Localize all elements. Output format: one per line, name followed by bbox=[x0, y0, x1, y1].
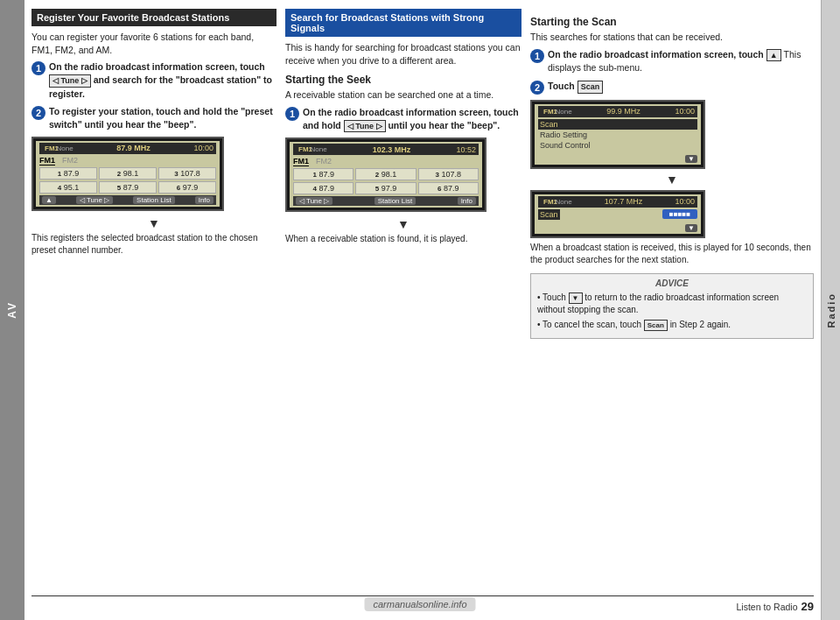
middle-screen-header: FM1 None 102.3 MHz 10:52 bbox=[293, 144, 479, 155]
right-step-1-num: 1 bbox=[530, 49, 544, 63]
scan-screen-2: FM1 None 107.7 MHz 10:00 Scan ■■■■■ ▼ bbox=[530, 190, 705, 238]
step-1-content: On the radio broadcast information scree… bbox=[49, 60, 276, 100]
advice-item-2: To cancel the scan, touch Scan in Step 2… bbox=[537, 319, 807, 331]
mid-info[interactable]: Info bbox=[458, 197, 476, 205]
tune-button-left[interactable]: ◁ Tune ▷ bbox=[49, 74, 91, 88]
left-caption: This registers the selected broadcast st… bbox=[32, 232, 276, 257]
arrow-down-left: ▼ bbox=[32, 216, 276, 230]
up-arrow-button[interactable]: ▲ bbox=[766, 49, 781, 62]
middle-time-display: 10:52 bbox=[456, 145, 476, 154]
advice-header: ADVICE bbox=[537, 278, 807, 288]
scan-band-2: FM1 None bbox=[541, 197, 572, 207]
tab-fm1[interactable]: FM1 bbox=[39, 156, 55, 166]
preset-3[interactable]: 3 107.8 bbox=[158, 167, 216, 180]
screen-inner: FM1 None 87.9 MHz 10:00 FM1 FM2 1 87.9 bbox=[36, 141, 220, 207]
radio-label: Radio bbox=[826, 292, 836, 328]
mid-preset-6[interactable]: 6 87.9 bbox=[418, 182, 479, 194]
left-radio-screen: FM1 None 87.9 MHz 10:00 FM1 FM2 1 87.9 bbox=[32, 137, 224, 211]
up-button[interactable]: ▲ bbox=[42, 196, 56, 204]
middle-screen-inner: FM1 None 102.3 MHz 10:52 FM1 FM2 1 87.9 bbox=[290, 142, 482, 208]
screen-header: FM1 None 87.9 MHz 10:00 bbox=[39, 143, 216, 154]
middle-radio-screen: FM1 None 102.3 MHz 10:52 FM1 FM2 1 87.9 bbox=[285, 137, 486, 212]
mid-preset-4[interactable]: 4 87.9 bbox=[293, 182, 354, 194]
scan-button[interactable]: Scan bbox=[578, 81, 604, 94]
av-label: AV bbox=[6, 301, 18, 319]
freq-display: 87.9 MHz bbox=[116, 144, 150, 152]
mid-preset-5[interactable]: 5 97.9 bbox=[355, 182, 416, 194]
advice-item-1: Touch ▼ to return to the radio broadcast… bbox=[537, 292, 807, 316]
middle-intro: This is handy for searching for broadcas… bbox=[285, 41, 522, 67]
down-arrow-btn[interactable]: ▼ bbox=[569, 292, 583, 304]
left-column: Register Your Favorite Broadcast Station… bbox=[32, 9, 276, 592]
info-button[interactable]: Info bbox=[195, 196, 214, 204]
main-content: Register Your Favorite Broadcast Station… bbox=[24, 0, 821, 620]
step-2-num: 2 bbox=[32, 106, 46, 120]
footer-text: Listen to Radio bbox=[736, 602, 797, 612]
advice-box: ADVICE Touch ▼ to return to the radio br… bbox=[530, 273, 814, 339]
scan-inner-2: FM1 None 107.7 MHz 10:00 Scan ■■■■■ ▼ bbox=[535, 194, 701, 234]
middle-band-label: FM1 None bbox=[296, 144, 327, 154]
arrow-down-middle: ▼ bbox=[285, 217, 522, 231]
mid-preset-3[interactable]: 3 107.8 bbox=[418, 168, 479, 180]
middle-screen-bottom: ◁ Tune ▷ Station List Info bbox=[293, 196, 479, 206]
middle-caption: When a receivable station is found, it i… bbox=[285, 233, 522, 245]
mid-preset-2[interactable]: 2 98.1 bbox=[355, 168, 416, 180]
tune-button-middle[interactable]: ◁ Tune ▷ bbox=[344, 120, 386, 133]
middle-tab-fm1[interactable]: FM1 bbox=[293, 157, 309, 166]
right-step-2-num: 2 bbox=[530, 81, 544, 95]
scan-active-label[interactable]: Scan bbox=[538, 209, 560, 220]
preset-2[interactable]: 2 98.1 bbox=[99, 167, 157, 180]
left-step-1: 1 On the radio broadcast information scr… bbox=[32, 60, 276, 100]
right-step-2: 2 Touch Scan bbox=[530, 80, 814, 95]
preset-6[interactable]: 6 97.9 bbox=[158, 181, 216, 194]
preset-1[interactable]: 1 87.9 bbox=[39, 167, 97, 180]
tab-fm2[interactable]: FM2 bbox=[62, 156, 78, 166]
band-label: FM1 None bbox=[42, 144, 74, 153]
mid-station-list[interactable]: Station List bbox=[374, 197, 416, 205]
preset-grid: 1 87.9 2 98.1 3 107.8 4 95.1 5 87.9 6 97… bbox=[39, 167, 216, 194]
middle-radio-tabs: FM1 FM2 bbox=[293, 157, 479, 166]
middle-section-header: Search for Broadcast Stations with Stron… bbox=[285, 9, 522, 37]
scroll-down-arrow[interactable]: ▼ bbox=[685, 155, 697, 163]
scan-menu-scan[interactable]: Scan bbox=[538, 119, 697, 130]
radio-tab: Radio bbox=[821, 0, 840, 620]
scan-band: FM1 None bbox=[541, 107, 572, 116]
middle-column: Search for Broadcast Stations with Stron… bbox=[285, 9, 522, 592]
right-step-1-content: On the radio broadcast information scree… bbox=[548, 48, 814, 74]
middle-preset-grid: 1 87.9 2 98.1 3 107.8 4 87.9 5 97.9 6 87… bbox=[293, 168, 479, 194]
footer-page-number: 29 bbox=[802, 600, 814, 613]
radio-tabs: FM1 FM2 bbox=[39, 156, 216, 166]
middle-step-1-content: On the radio broadcast information scree… bbox=[303, 106, 522, 132]
preset-5[interactable]: 5 87.9 bbox=[99, 181, 157, 194]
scan-header-1: FM1 None 99.9 MHz 10:00 bbox=[538, 106, 697, 117]
columns: Register Your Favorite Broadcast Station… bbox=[32, 9, 814, 592]
scan-cancel-btn[interactable]: Scan bbox=[644, 320, 668, 331]
tune-button[interactable]: ◁ Tune ▷ bbox=[76, 196, 113, 204]
left-section-header: Register Your Favorite Broadcast Station… bbox=[32, 9, 276, 26]
left-intro: You can register your favorite 6 station… bbox=[32, 31, 276, 56]
right-step-2-content: Touch Scan bbox=[548, 80, 603, 95]
scan-menu-sound-control[interactable]: Sound Control bbox=[538, 140, 697, 151]
preset-4[interactable]: 4 95.1 bbox=[39, 181, 97, 194]
scroll-down-arrow-2[interactable]: ▼ bbox=[685, 224, 697, 232]
arrow-down-right-1: ▼ bbox=[530, 173, 814, 187]
scan-title: Starting the Scan bbox=[530, 16, 814, 28]
middle-step-1-num: 1 bbox=[285, 107, 299, 121]
scan-inner-1: FM1 None 99.9 MHz 10:00 Scan Radio Setti… bbox=[535, 104, 701, 165]
av-tab: AV bbox=[0, 0, 24, 620]
watermark: carmanualsonline.info bbox=[364, 597, 475, 611]
left-step-2: 2 To register your station, touch and ho… bbox=[32, 105, 276, 130]
scan-menu-radio-setting[interactable]: Radio Setting bbox=[538, 130, 697, 140]
right-column: Starting the Scan This searches for stat… bbox=[530, 9, 814, 592]
scan-header-2: FM1 None 107.7 MHz 10:00 bbox=[538, 196, 697, 208]
mid-tune-button[interactable]: ◁ Tune ▷ bbox=[296, 197, 332, 205]
right-step-1: 1 On the radio broadcast information scr… bbox=[530, 48, 814, 74]
scan-indicator: ■■■■■ bbox=[662, 209, 697, 219]
middle-step-1: 1 On the radio broadcast information scr… bbox=[285, 106, 522, 132]
middle-tab-fm2[interactable]: FM2 bbox=[316, 157, 332, 166]
scan-screen-1: FM1 None 99.9 MHz 10:00 Scan Radio Setti… bbox=[530, 100, 705, 169]
right-caption: When a broadcast station is received, th… bbox=[530, 242, 814, 266]
mid-preset-1[interactable]: 1 87.9 bbox=[293, 168, 354, 180]
screen-bottom-bar: ▲ ◁ Tune ▷ Station List Info bbox=[39, 195, 216, 205]
station-list-button[interactable]: Station List bbox=[133, 196, 175, 204]
